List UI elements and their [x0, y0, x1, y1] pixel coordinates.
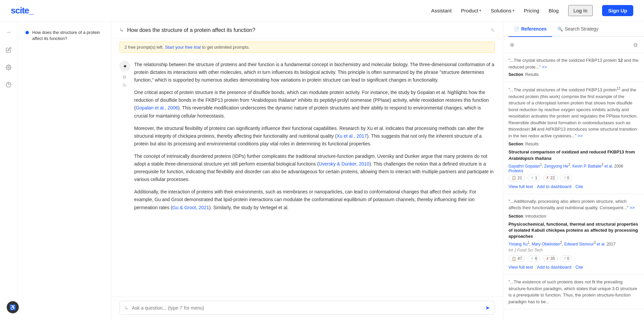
send-button[interactable]: ➤	[485, 305, 490, 311]
new-chat-icon[interactable]	[3, 44, 14, 55]
stat-mentioning: ?0	[560, 175, 572, 181]
references-tab-icon: 📄	[514, 27, 519, 32]
citation-link-gu[interactable]: Gu & Groot, 2021	[172, 205, 209, 210]
citation-link-gopalan[interactable]: Gopalan et al., 2006	[136, 105, 178, 110]
stat-supporting: ✓1	[528, 175, 540, 181]
chat-list-item[interactable]: How does the structure of a protein affe…	[20, 26, 108, 45]
reply-icon: ↳	[119, 27, 124, 33]
expand-icon[interactable]: ⊕	[508, 40, 516, 49]
start-trial-link[interactable]: Start your free trial	[165, 45, 201, 50]
ref-actions-1: View full text Add to dashboard Cite	[508, 184, 639, 189]
ref-expand-link-3[interactable]: >>	[629, 205, 635, 210]
references-list: "...The crystal structures of the oxidiz…	[503, 53, 644, 320]
right-panel-tabs: 📄 References 🔍 Search Strategy	[503, 21, 644, 37]
ref-stats-2: 📋47 ✓6 ✗35 ?0	[508, 255, 639, 262]
ref-authors-1: Gayathri Gopalan1, Zengyong He2, Kevin P…	[508, 163, 639, 173]
references-tab-label: References	[521, 26, 547, 32]
stat-citing-2: 📋47	[508, 255, 525, 262]
logo[interactable]: scite_	[11, 5, 34, 16]
chat-title: How does the structure of a protein affe…	[127, 27, 255, 33]
message-actions: ⧉ ↻	[123, 74, 127, 88]
chat-item-text: How does the structure of a protein affe…	[32, 30, 103, 42]
stat-supporting-2: ✓6	[528, 255, 540, 262]
add-to-dashboard-1[interactable]: Add to dashboard	[537, 184, 572, 189]
tab-search-strategy[interactable]: 🔍 Search Strategy	[552, 21, 604, 37]
reference-card-1: "...The crystal structures of the oxidiz…	[503, 82, 644, 194]
stat-mentioning-2: ?0	[560, 255, 572, 262]
chat-list: How does the structure of a protein affe…	[17, 21, 111, 320]
login-button[interactable]: Log In	[568, 5, 593, 16]
reference-brief-3: "...The existence of such proteins does …	[503, 275, 644, 309]
copy-all-icon[interactable]: ⧉	[632, 41, 639, 49]
active-indicator	[25, 31, 29, 34]
chat-input-area: ↳ ➤	[111, 296, 503, 320]
signup-button[interactable]: Sign Up	[602, 5, 633, 16]
chat-input[interactable]	[132, 305, 482, 311]
input-arrow-icon: ↳	[124, 305, 128, 311]
ref-journal-2: Int J Food Sci Tech	[508, 248, 639, 253]
settings-icon[interactable]	[3, 62, 14, 73]
cite-1[interactable]: Cite	[575, 184, 583, 189]
add-to-dashboard-2[interactable]: Add to dashboard	[537, 265, 572, 270]
main-layout: → How does the structure of a protein af…	[0, 21, 644, 320]
tab-references[interactable]: 📄 References	[508, 21, 552, 37]
top-navigation: scite_ Assistant Product ▾ Solutions ▾ P…	[0, 0, 644, 21]
nav-item-product[interactable]: Product ▾	[461, 8, 481, 13]
cite-2[interactable]: Cite	[575, 265, 583, 270]
nav-item-pricing[interactable]: Pricing	[524, 8, 539, 13]
accessibility-icon: ♿	[9, 304, 16, 311]
right-panel-toolbar: ⊕ ⧉	[503, 37, 644, 53]
search-strategy-tab-label: Search Strategy	[565, 26, 598, 32]
nav-item-blog[interactable]: Blog	[549, 8, 559, 13]
chat-header: ↳ How does the structure of a protein af…	[111, 21, 503, 39]
stat-contrasting: ✗22	[543, 175, 558, 181]
chat-messages: ✦ ⧉ ↻ The relationship between the struc…	[111, 55, 503, 296]
refresh-icon[interactable]: ↻	[123, 83, 127, 88]
right-panel: 📄 References 🔍 Search Strategy ⊕ ⧉ "...T…	[503, 21, 644, 320]
assistant-avatar: ✦	[119, 61, 130, 72]
edit-button[interactable]: ✎	[491, 28, 495, 33]
ref-title-2: Physicochemical, functional, thermal and…	[508, 221, 639, 240]
arrow-right-icon[interactable]: →	[3, 27, 14, 38]
accessibility-button[interactable]: ♿	[7, 301, 19, 313]
search-strategy-tab-icon: 🔍	[557, 27, 563, 32]
chat-header-left: ↳ How does the structure of a protein af…	[119, 27, 255, 33]
chevron-down-icon: ▾	[513, 8, 515, 13]
ref-expand-link-1[interactable]: >>	[541, 64, 547, 70]
view-full-text-2[interactable]: View full text	[508, 265, 533, 270]
stat-contrasting-2: ✗35	[543, 255, 558, 262]
ref-stats-1: 📋21 ✓1 ✗22 ?0	[508, 175, 639, 181]
help-icon[interactable]	[3, 79, 14, 90]
svg-point-0	[8, 66, 9, 68]
chat-main: ↳ How does the structure of a protein af…	[111, 21, 503, 320]
prompt-banner: 2 free prompt(s) left. Start your free t…	[119, 42, 495, 53]
nav-item-assistant[interactable]: Assistant	[431, 8, 451, 13]
ref-title-1: Structural comparison of oxidized and re…	[508, 149, 639, 161]
copy-message-icon[interactable]: ⧉	[123, 74, 127, 80]
stat-citing: 📋21	[508, 175, 525, 181]
citation-link-xu[interactable]: Xu et al., 2017	[337, 133, 367, 139]
chevron-down-icon: ▾	[479, 8, 481, 13]
nav-right: Assistant Product ▾ Solutions ▾ Pricing …	[431, 5, 633, 16]
assistant-message: ✦ ⧉ ↻ The relationship between the struc…	[119, 61, 495, 216]
message-content: The relationship between the structure o…	[134, 61, 495, 216]
view-full-text-1[interactable]: View full text	[508, 184, 533, 189]
reference-brief-1: "...The crystal structures of the oxidiz…	[503, 53, 644, 82]
chat-input-box: ↳ ➤	[119, 301, 495, 315]
ref-actions-2: View full text Add to dashboard Cite	[508, 265, 639, 270]
left-sidebar: →	[0, 21, 17, 320]
ref-expand-link-2[interactable]: >>	[577, 133, 583, 138]
citation-link-uversky[interactable]: Uversky & Dunker, 2010	[319, 161, 369, 167]
reference-card-2: "...Additionally, processing also alters…	[503, 194, 644, 275]
nav-item-solutions[interactable]: Solutions ▾	[491, 8, 515, 13]
ref-authors-2: Yixiang Xu1, Mary Obielodan2, Edward Sis…	[508, 241, 639, 246]
